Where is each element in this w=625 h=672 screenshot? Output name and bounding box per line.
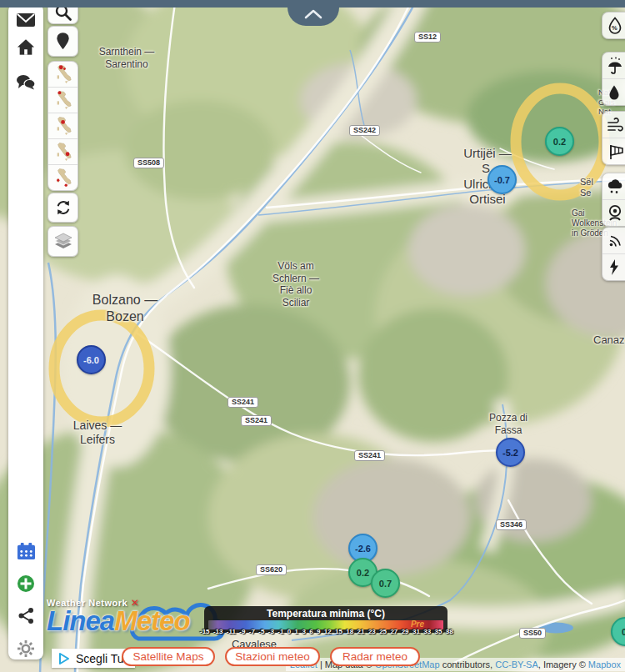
road-badge: SS241: [228, 397, 258, 408]
calendar-icon: [17, 542, 36, 560]
italy-map-button-4[interactable]: [48, 139, 78, 165]
calendar-button[interactable]: [8, 539, 43, 564]
svg-text:%: %: [612, 24, 618, 32]
plus-circle-icon: [17, 574, 35, 593]
radar-lightning-group: [602, 227, 625, 281]
legend-title: Temperatura minima (°C): [204, 608, 448, 619]
place-label-laives: Laives —Leifers: [73, 419, 122, 447]
road-badge: SS241: [354, 450, 385, 461]
play-triangle-icon: [58, 652, 71, 665]
layers-button[interactable]: [48, 226, 78, 257]
weather-map-app: { "topbar": { "collapse_icon": "chevron-…: [0, 0, 625, 672]
refresh-button[interactable]: [48, 193, 78, 223]
italy-map-icon: [54, 63, 72, 85]
italy-map-icon: [54, 89, 72, 111]
italy-map-button-3[interactable]: [48, 113, 78, 139]
mapbox-link[interactable]: Mapbox: [588, 659, 621, 669]
italy-map-icon: [54, 115, 72, 137]
place-label-bolzano: Bolzano —Bozen: [92, 292, 158, 324]
snow-cloud-icon: [607, 178, 624, 195]
satellite-maps-button[interactable]: Satellite Maps: [122, 647, 215, 666]
precip-layer-group: [602, 52, 625, 106]
legend-tick-labels: -15-13-11 -9-7-5 -3-10 136 91215 182123 …: [200, 628, 453, 635]
humidity-layer-button[interactable]: %: [602, 13, 625, 38]
place-label-canazei: Canaze: [593, 333, 625, 347]
settings-button[interactable]: [8, 636, 43, 661]
road-badge: SS12: [414, 32, 441, 43]
chevron-up-icon: [302, 8, 325, 21]
snow-webcam-group: [602, 173, 625, 227]
rain-layer-button[interactable]: [602, 79, 625, 105]
webcam-layer-button[interactable]: [602, 200, 625, 226]
road-badge: SS620: [256, 564, 287, 575]
mail-icon: [16, 13, 36, 28]
road-badge: SS242: [349, 125, 380, 136]
share-button[interactable]: [8, 603, 43, 628]
map-pin-icon: [55, 32, 71, 51]
radar-meteo-button[interactable]: Radar meteo: [330, 647, 420, 666]
italy-map-icon: [54, 141, 72, 163]
lineameteo-logo: Weather Network ✕ LineaMeteo: [47, 597, 213, 634]
italy-map-icon: [54, 167, 72, 188]
wind-icon: [607, 117, 624, 133]
windsock-icon: [607, 143, 624, 160]
temp-marker[interactable]: -0.7: [488, 165, 517, 194]
wind-layer-button[interactable]: [602, 112, 625, 138]
road-badge: SS346: [496, 519, 527, 530]
lightning-icon: [607, 258, 622, 276]
road-badge: SS241: [241, 415, 272, 426]
stazioni-meteo-button[interactable]: Stazioni meteo: [225, 647, 320, 666]
umbrella-rain-icon: [607, 57, 623, 74]
windsock-layer-button[interactable]: [602, 138, 625, 164]
map-canvas[interactable]: [0, 0, 625, 672]
temp-marker[interactable]: -5.2: [496, 438, 525, 467]
rain-drop-icon: [607, 84, 622, 101]
place-label-fie-allo-sciliar: Völs amSchlern — Fiè alloSciliar: [272, 260, 319, 309]
chat-icon: [16, 73, 36, 90]
italy-map-button-1[interactable]: [48, 62, 78, 88]
road-badge: SS508: [133, 158, 164, 168]
italy-map-button-5[interactable]: [48, 165, 78, 190]
wind-layer-group: [602, 111, 625, 165]
ccbysa-link[interactable]: CC-BY-SA: [495, 659, 538, 669]
scegli-tu-label: Scegli Tu!: [76, 652, 127, 665]
logo-text-meteo: Meteo: [114, 605, 189, 636]
share-icon: [18, 607, 35, 624]
place-label-sarentino: Sarnthein —Sarentino: [99, 46, 155, 70]
chat-button[interactable]: [8, 69, 43, 94]
italy-region-map-group: [48, 61, 78, 191]
gear-icon: [17, 639, 35, 658]
temp-marker[interactable]: 0.7: [371, 569, 400, 598]
lightning-layer-button[interactable]: [602, 254, 625, 280]
mail-button[interactable]: [8, 8, 43, 33]
refresh-icon: [55, 199, 72, 216]
road-badge: SS50: [519, 628, 546, 639]
logo-text-linea: Linea: [47, 605, 114, 636]
temp-marker[interactable]: 0.2: [545, 127, 574, 156]
umbrella-layer-button[interactable]: [602, 53, 625, 79]
place-label-pozza-di-fassa: Pozza diFassa: [489, 412, 528, 436]
radar-layer-button[interactable]: [602, 228, 625, 254]
home-icon: [17, 38, 35, 56]
radar-signal-icon: [607, 233, 623, 249]
place-label-selva: SëlSe: [580, 177, 593, 199]
temp-marker[interactable]: -6.0: [77, 345, 106, 374]
humidity-drop-icon: %: [607, 17, 623, 35]
locate-button[interactable]: [48, 26, 78, 57]
home-button[interactable]: [8, 34, 43, 59]
add-button[interactable]: [8, 571, 43, 596]
humidity-layer-group: %: [602, 12, 625, 39]
snow-layer-button[interactable]: [602, 173, 625, 200]
app-sidebar: [8, 4, 43, 659]
top-bar: [0, 0, 625, 8]
webcam-icon: [607, 204, 623, 222]
layers-icon: [53, 233, 73, 251]
italy-map-button-2[interactable]: [48, 88, 78, 113]
